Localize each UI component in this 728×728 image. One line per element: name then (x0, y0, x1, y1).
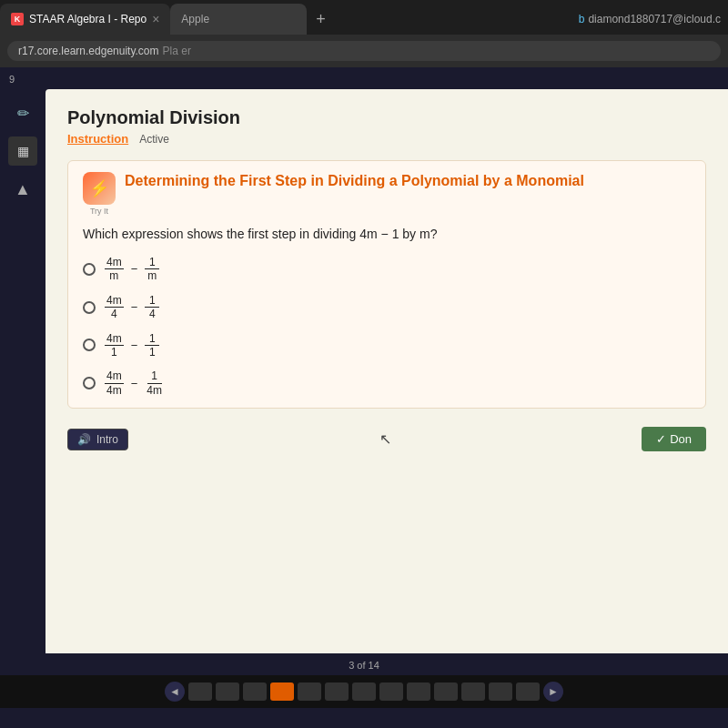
taskbar-nav-left[interactable]: ◄ (165, 682, 185, 702)
fraction-a2: 1 m (145, 256, 159, 283)
done-button[interactable]: ✓ Don (642, 427, 706, 451)
taskbar-nav-right[interactable]: ► (543, 682, 563, 702)
try-it-header: ⚡ Try It Determining the First Step in D… (83, 172, 691, 216)
url-suffix: Pla er (163, 45, 191, 57)
taskbar-btn-9[interactable] (407, 682, 430, 701)
radio-d[interactable] (83, 377, 96, 389)
intro-button[interactable]: 🔊 Intro (67, 429, 128, 450)
page-status-row: Instruction Active (67, 132, 706, 146)
fraction-c2: 1 1 (145, 332, 159, 359)
tab-apple-label: Apple (181, 13, 209, 25)
taskbar-btn-7[interactable] (352, 682, 376, 701)
taskbar: ◄ ► (0, 675, 728, 708)
fraction-b1: 4m 4 (105, 294, 124, 321)
breadcrumb: 9 (9, 74, 15, 85)
answer-choice-b[interactable]: 4m 4 − 1 4 (83, 294, 691, 321)
lesson-title: Determining the First Step in Dividing a… (125, 172, 584, 191)
calculator-icon[interactable]: ▦ (8, 136, 37, 166)
top-strip: 9 (0, 67, 728, 89)
taskbar-btn-6[interactable] (325, 682, 349, 701)
page-indicator: 3 of 14 (349, 660, 379, 671)
tab-staar-label: STAAR Algebra I - Repo (29, 13, 147, 25)
expr-d: 4m 4m − 1 4m (105, 369, 164, 397)
taskbar-btn-10[interactable] (434, 682, 458, 701)
email-display: diamond1880717@icloud.c (588, 13, 721, 25)
url-display: r17.core.learn.edgenuity.com (18, 45, 159, 57)
staar-tab-icon: K (11, 13, 24, 25)
page-bottom-bar: 🔊 Intro ↖ ✓ Don (67, 427, 706, 451)
taskbar-btn-3[interactable] (243, 682, 267, 701)
cursor-area: ↖ (379, 430, 391, 448)
cursor-icon: ↖ (379, 431, 391, 447)
address-bar-row: r17.core.learn.edgenuity.com Pla er (0, 35, 728, 67)
page-content: Polynomial Division Instruction Active ⚡… (46, 89, 728, 653)
pencil-icon[interactable]: ✏ (8, 98, 37, 127)
taskbar-btn-active[interactable] (270, 682, 294, 701)
answer-choice-c[interactable]: 4m 1 − 1 1 (83, 332, 691, 359)
tab-staar[interactable]: K STAAR Algebra I - Repo × (0, 4, 170, 35)
taskbar-btn-11[interactable] (461, 682, 485, 701)
fraction-d2: 1 4m (145, 369, 164, 397)
try-it-icon: ⚡ (83, 172, 116, 205)
tab-bar: K STAAR Algebra I - Repo × Apple + b dia… (0, 0, 728, 35)
answer-choice-d[interactable]: 4m 4m − 1 4m (83, 369, 691, 397)
intro-label: Intro (96, 433, 118, 446)
try-it-label: Try It (90, 207, 108, 216)
expr-a: 4m m − 1 m (105, 256, 159, 283)
fraction-c1: 4m 1 (105, 332, 124, 359)
expr-c: 4m 1 − 1 1 (105, 332, 159, 359)
answer-choice-a[interactable]: 4m m − 1 m (83, 256, 691, 283)
fraction-b2: 1 4 (145, 294, 159, 321)
taskbar-btn-8[interactable] (379, 682, 403, 701)
radio-a[interactable] (83, 263, 96, 276)
checkmark-icon: ✓ (656, 432, 666, 446)
taskbar-btn-5[interactable] (298, 682, 321, 701)
taskbar-btn-13[interactable] (516, 682, 540, 701)
address-bar[interactable]: r17.core.learn.edgenuity.com Pla er (7, 41, 721, 61)
answer-choices: 4m m − 1 m 4m (83, 256, 691, 397)
new-tab-button[interactable]: + (307, 4, 335, 35)
fraction-a1: 4m m (105, 256, 124, 283)
tab-staar-close[interactable]: × (152, 12, 159, 26)
try-it-section: ⚡ Try It Determining the First Step in D… (67, 160, 706, 409)
sidebar: ✏ ▦ ▲ (0, 89, 46, 653)
speaker-icon: 🔊 (77, 433, 91, 446)
content-wrapper: ✏ ▦ ▲ Polynomial Division Instruction Ac… (0, 89, 728, 653)
tab-apple[interactable]: Apple (170, 4, 307, 35)
status-label[interactable]: Instruction (67, 132, 128, 146)
radio-b[interactable] (83, 301, 96, 314)
taskbar-btn-1[interactable] (188, 682, 212, 701)
done-label: Don (670, 432, 692, 446)
fraction-d1: 4m 4m (105, 369, 124, 397)
question-text: Which expression shows the first step in… (83, 227, 691, 241)
arrow-up-icon[interactable]: ▲ (8, 175, 37, 204)
taskbar-btn-2[interactable] (216, 682, 239, 701)
radio-c[interactable] (83, 339, 96, 351)
bing-icon: b (579, 13, 585, 25)
browser-chrome: K STAAR Algebra I - Repo × Apple + b dia… (0, 0, 728, 67)
page-indicator-bar: 3 of 14 (0, 653, 728, 675)
expr-b: 4m 4 − 1 4 (105, 294, 159, 321)
page-title: Polynomial Division (67, 107, 706, 128)
status-badge: Active (139, 133, 169, 146)
taskbar-btn-12[interactable] (489, 682, 512, 701)
